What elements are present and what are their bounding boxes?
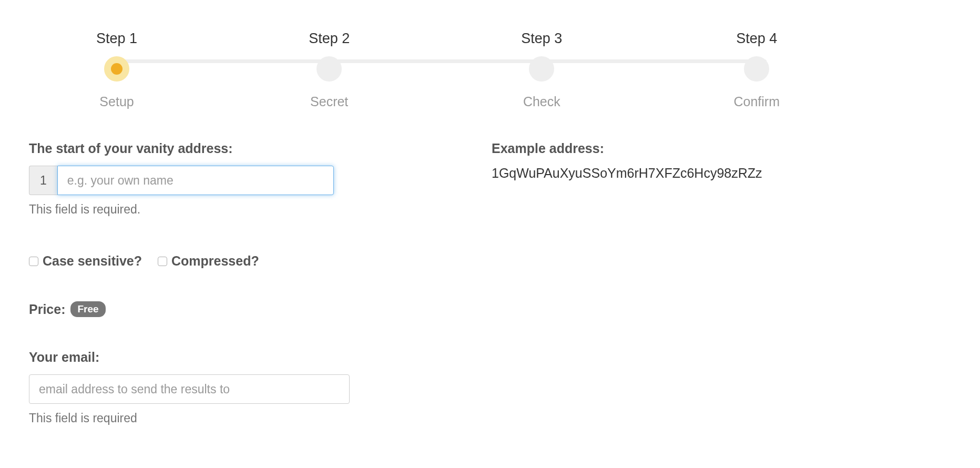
vanity-helper: This field is required.	[29, 202, 492, 217]
step-dot	[529, 56, 554, 82]
step-3: Step 3 Check	[521, 30, 562, 109]
price-label: Price:	[29, 302, 65, 317]
step-label: Check	[523, 94, 560, 109]
step-label: Secret	[310, 94, 348, 109]
compressed-label: Compressed?	[171, 253, 259, 269]
right-column: Example address: 1GqWuPAuXyuSSoYm6rH7XFZ…	[492, 141, 951, 425]
stepper: Step 1 Setup Step 2 Secret Step 3 Check …	[96, 21, 780, 109]
form-columns: The start of your vanity address: 1 This…	[29, 141, 951, 425]
vanity-prefix: 1	[29, 166, 57, 195]
step-dot	[744, 56, 769, 82]
price-row: Price: Free	[29, 301, 492, 317]
vanity-label: The start of your vanity address:	[29, 141, 492, 156]
stepper-track	[109, 59, 767, 63]
step-label: Setup	[99, 94, 134, 109]
step-1: Step 1 Setup	[96, 30, 137, 109]
case-sensitive-wrap: Case sensitive?	[29, 253, 142, 269]
step-title: Step 3	[521, 30, 562, 47]
step-dot-active	[104, 56, 129, 82]
step-2: Step 2 Secret	[309, 30, 350, 109]
email-label: Your email:	[29, 350, 492, 365]
case-sensitive-checkbox[interactable]	[29, 257, 38, 266]
email-helper: This field is required	[29, 411, 492, 425]
step-title: Step 4	[736, 30, 777, 47]
vanity-input-group: 1	[29, 166, 334, 195]
step-dot	[317, 56, 342, 82]
step-title: Step 2	[309, 30, 350, 47]
case-sensitive-label: Case sensitive?	[43, 253, 142, 269]
compressed-checkbox[interactable]	[158, 257, 167, 266]
example-label: Example address:	[492, 141, 951, 156]
price-badge: Free	[70, 301, 105, 317]
compressed-wrap: Compressed?	[158, 253, 259, 269]
email-section: Your email: This field is required	[29, 350, 492, 425]
example-address: 1GqWuPAuXyuSSoYm6rH7XFZc6Hcy98zRZz	[492, 166, 951, 181]
email-input[interactable]	[29, 374, 350, 404]
left-column: The start of your vanity address: 1 This…	[29, 141, 492, 425]
step-label: Confirm	[733, 94, 780, 109]
step-title: Step 1	[96, 30, 137, 47]
vanity-input[interactable]	[57, 166, 334, 195]
step-4: Step 4 Confirm	[733, 30, 780, 109]
checkbox-row: Case sensitive? Compressed?	[29, 253, 492, 269]
